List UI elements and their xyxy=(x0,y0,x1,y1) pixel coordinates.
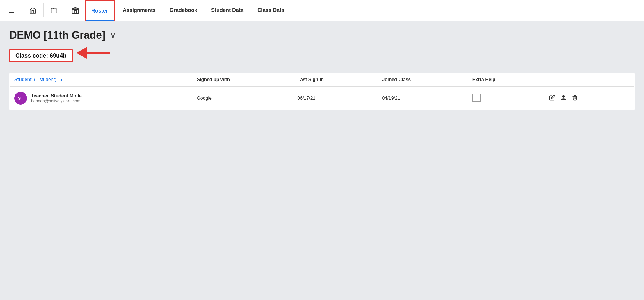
tab-student-data-label: Student Data xyxy=(211,7,243,13)
student-email: hannah@activelylearn.com xyxy=(31,99,82,103)
arrow-line xyxy=(87,52,110,54)
tab-class-data-label: Class Data xyxy=(257,7,284,13)
trash-icon xyxy=(572,95,578,101)
student-details: Teacher, Student Mode hannah@activelylea… xyxy=(31,93,82,103)
col-student[interactable]: Student (1 student) ▲ xyxy=(10,73,192,87)
tab-assignments[interactable]: Assignments xyxy=(117,0,161,21)
joined-class-cell: 04/19/21 xyxy=(378,87,468,110)
class-title: DEMO [11th Grade] xyxy=(9,29,105,41)
col-extra-help: Extra Help xyxy=(468,73,545,87)
col-student-label: Student xyxy=(14,77,32,82)
nav-divider-2 xyxy=(43,3,44,17)
table-header-row: Student (1 student) ▲ Signed up with Las… xyxy=(10,73,635,87)
class-code-text: Class code: 69u4b xyxy=(15,52,67,59)
school-icon xyxy=(72,7,79,14)
navbar: ☰ Roster Assignments Gradebook Student D… xyxy=(0,0,644,21)
nav-divider-1 xyxy=(22,3,22,17)
delete-button[interactable] xyxy=(572,95,578,102)
signed-up-with-cell: Google xyxy=(192,87,293,110)
last-sign-in-cell: 06/17/21 xyxy=(293,87,377,110)
home-button[interactable] xyxy=(26,3,40,17)
folder-icon xyxy=(50,7,58,14)
col-extra-help-label: Extra Help xyxy=(472,77,495,82)
table-row: ST Teacher, Student Mode hannah@actively… xyxy=(10,87,635,110)
col-signed-up-label: Signed up with xyxy=(197,77,230,82)
page-content: DEMO [11th Grade] ∨ Class code: 69u4b St… xyxy=(0,21,644,118)
person-icon xyxy=(560,94,567,101)
tab-roster[interactable]: Roster xyxy=(85,0,115,21)
col-joined-class: Joined Class xyxy=(378,73,468,87)
student-cell: ST Teacher, Student Mode hannah@actively… xyxy=(10,87,192,110)
tab-assignments-label: Assignments xyxy=(123,7,156,13)
edit-icon xyxy=(549,95,555,101)
extra-help-cell[interactable] xyxy=(468,87,545,110)
red-arrow xyxy=(76,47,110,59)
class-code-box: Class code: 69u4b xyxy=(9,49,73,62)
tab-roster-label: Roster xyxy=(91,8,108,14)
tab-student-data[interactable]: Student Data xyxy=(205,0,249,21)
action-icons xyxy=(549,94,630,102)
tab-class-data[interactable]: Class Data xyxy=(252,0,290,21)
nav-divider-3 xyxy=(65,3,65,17)
tab-gradebook-label: Gradebook xyxy=(170,7,197,13)
hamburger-icon: ☰ xyxy=(9,7,15,14)
svg-rect-0 xyxy=(72,9,79,13)
actions-cell xyxy=(545,87,635,110)
chevron-down-icon: ∨ xyxy=(110,31,116,40)
col-joined-class-label: Joined Class xyxy=(382,77,411,82)
avatar-initials: ST xyxy=(18,96,23,101)
hamburger-menu[interactable]: ☰ xyxy=(5,3,19,17)
edit-button[interactable] xyxy=(549,95,555,102)
col-actions xyxy=(545,73,635,87)
avatar: ST xyxy=(14,92,27,105)
class-dropdown-button[interactable]: ∨ xyxy=(110,31,116,40)
roster-table: Student (1 student) ▲ Signed up with Las… xyxy=(9,73,635,110)
student-name: Teacher, Student Mode xyxy=(31,93,82,99)
arrow-head xyxy=(76,47,87,59)
joined-class-value: 04/19/21 xyxy=(382,96,400,101)
student-info: ST Teacher, Student Mode hannah@actively… xyxy=(14,92,187,105)
student-count: (1 student) xyxy=(34,77,56,82)
col-last-sign-in: Last Sign in xyxy=(293,73,377,87)
col-signed-up-with: Signed up with xyxy=(192,73,293,87)
school-button[interactable] xyxy=(68,3,82,17)
last-sign-in-value: 06/17/21 xyxy=(297,96,315,101)
signed-up-with-value: Google xyxy=(197,96,212,101)
person-button[interactable] xyxy=(560,94,567,102)
home-icon xyxy=(29,7,37,14)
sort-icon: ▲ xyxy=(59,77,63,82)
extra-help-checkbox[interactable] xyxy=(472,94,481,102)
tab-gradebook[interactable]: Gradebook xyxy=(164,0,203,21)
class-title-row: DEMO [11th Grade] ∨ xyxy=(9,29,635,41)
folder-button[interactable] xyxy=(47,3,61,17)
col-last-sign-in-label: Last Sign in xyxy=(297,77,324,82)
